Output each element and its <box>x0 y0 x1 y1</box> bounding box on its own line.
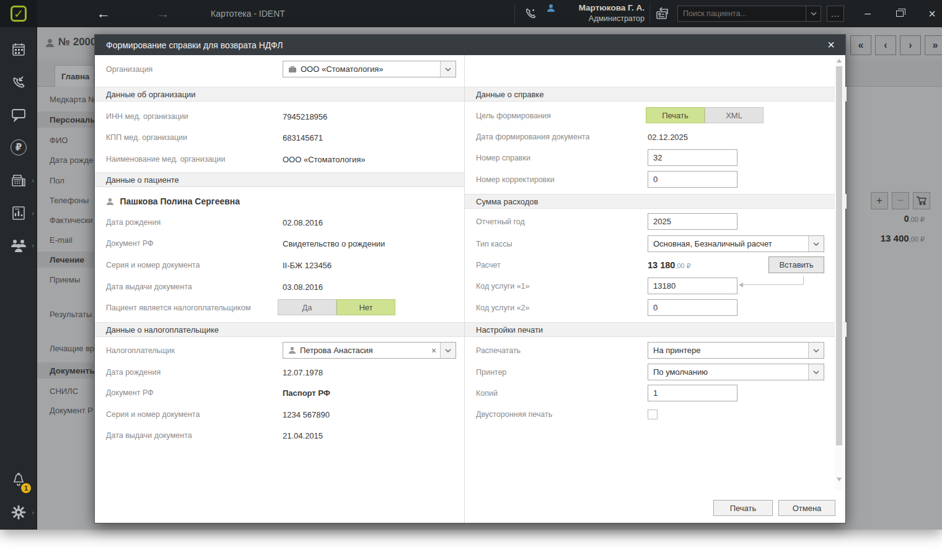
logo-check-icon: ✓ <box>11 6 27 22</box>
tp-doc-value: Паспорт РФ <box>283 388 330 397</box>
print-target-select[interactable]: На принтере <box>648 342 824 359</box>
notification-badge: 1 <box>21 483 31 493</box>
cert-number-input[interactable] <box>648 149 737 166</box>
chevron-down-icon[interactable] <box>440 343 456 358</box>
printer-select[interactable]: По умолчанию <box>648 364 824 380</box>
duplex-checkbox[interactable] <box>648 409 658 419</box>
sidebar-item-payments[interactable]: ₽ <box>0 133 37 162</box>
taxpayer-no-button[interactable]: Нет <box>337 299 395 315</box>
calc-value: 13 180,00 ₽ <box>648 260 691 270</box>
purpose-toggle: Печать XML <box>646 107 764 123</box>
cancel-button[interactable]: Отмена <box>778 500 835 516</box>
section-header-taxpayer: Данные о налогоплательщике <box>95 322 464 337</box>
user-icon <box>547 4 555 12</box>
chevron-right-icon: › <box>32 509 34 516</box>
correction-input[interactable] <box>648 171 737 188</box>
sidebar-item-partners[interactable]: › <box>0 231 37 260</box>
app-window: ✓ ← → Картотека - IDENT Мартюкова Г. А. … <box>0 0 942 530</box>
purpose-label: Цель формирования <box>476 112 551 120</box>
chevron-down-icon[interactable] <box>806 6 821 21</box>
sidebar-item-reports[interactable]: › <box>0 199 37 227</box>
ruble-icon: ₽ <box>11 139 27 155</box>
screen: ✓ ← → Картотека - IDENT Мартюкова Г. А. … <box>0 0 942 560</box>
tp-series-label: Серия и номер документа <box>106 410 200 419</box>
tp-birth-value: 12.07.1978 <box>283 367 323 377</box>
window-title: Картотека - IDENT <box>211 0 285 27</box>
printer-label: Принтер <box>476 368 506 377</box>
cash-type-select[interactable]: Основная, Безналичный расчет <box>648 235 824 252</box>
dialog-title: Формирование справки для возврата НДФЛ <box>95 35 845 55</box>
maximize-button[interactable] <box>886 0 913 27</box>
service-code1-input[interactable] <box>648 278 737 294</box>
clear-taxpayer-button[interactable]: × <box>428 343 440 358</box>
chat-icon <box>11 107 27 122</box>
org-name-label: Наименование мед. организации <box>106 155 225 164</box>
divider <box>514 4 515 24</box>
sidebar-item-notifications[interactable]: 1 <box>0 466 37 494</box>
organization-select[interactable]: ООО «Стоматология» <box>283 61 456 77</box>
chevron-down-icon <box>440 61 456 77</box>
print-button[interactable]: Печать <box>713 500 773 516</box>
sidebar-item-messages[interactable] <box>0 100 37 129</box>
scroll-down-icon[interactable] <box>837 478 842 481</box>
app-logo[interactable]: ✓ <box>0 0 37 27</box>
back-button[interactable]: ← <box>91 0 116 27</box>
sidebar-item-settings[interactable]: › <box>0 498 37 527</box>
tp-issue-label: Дата выдачи документа <box>106 431 192 440</box>
close-dialog-button[interactable]: × <box>822 35 840 55</box>
user-role: Администратор <box>545 14 645 24</box>
forward-button[interactable]: → <box>151 0 175 27</box>
tp-doc-label: Документ РФ <box>106 388 154 397</box>
doc-series-label: Серия и номер документа <box>106 261 200 269</box>
taxpayer-value: Петрова Анастасия <box>300 346 373 355</box>
service-code1-label: Код услуги «1» <box>476 282 530 291</box>
card-switch-icon[interactable] <box>655 6 671 21</box>
current-user[interactable]: Мартюкова Г. А. Администратор <box>545 2 645 24</box>
phone-icon[interactable] <box>524 7 537 20</box>
form-date-label: Дата формирования документа <box>476 133 589 141</box>
insert-button[interactable]: Вставить <box>768 256 824 273</box>
section-header-print: Настройки печати <box>465 322 847 337</box>
birth-date-value: 02.08.2016 <box>283 217 323 227</box>
purpose-xml-button[interactable]: XML <box>705 107 764 123</box>
user-name: Мартюкова Г. А. <box>545 2 645 14</box>
report-year-input[interactable] <box>648 213 737 230</box>
taxpayer-yes-button[interactable]: Да <box>278 299 337 315</box>
incoming-call-icon <box>11 74 27 90</box>
sidebar-item-calls[interactable] <box>0 68 37 97</box>
chevron-right-icon: › <box>32 177 34 184</box>
org-name-value: ООО «Стоматология» <box>283 154 365 164</box>
is-taxpayer-label: Пациент является налогоплательщиком <box>106 304 251 312</box>
person-icon <box>106 198 114 206</box>
section-header-certificate: Данные о справке <box>465 87 847 102</box>
minimize-button[interactable]: – <box>854 0 881 27</box>
service-code2-input[interactable] <box>648 299 737 316</box>
report-year-label: Отчетный год <box>476 217 525 226</box>
sidebar-item-schedule[interactable] <box>0 35 37 64</box>
tp-series-value: 1234 567890 <box>283 409 330 419</box>
reports-icon <box>11 205 27 221</box>
sidebar-item-cash-register[interactable]: › <box>0 166 37 195</box>
left-column: Организация ООО «Стоматология» <box>95 55 464 523</box>
taxpayer-select[interactable]: Петрова Анастасия × <box>283 342 456 359</box>
doc-series-value: II-БЖ 123456 <box>283 260 332 269</box>
more-button[interactable]: ... <box>827 6 844 22</box>
search-input[interactable] <box>678 9 806 18</box>
chevron-down-icon <box>808 236 824 252</box>
right-column: Данные о справке Цель формирования Печат… <box>464 55 847 523</box>
taxpayer-label: Налогоплательщик <box>106 346 175 355</box>
calc-main: 13 180 <box>648 260 675 270</box>
chevron-down-icon <box>808 343 824 358</box>
cash-type-value: Основная, Безналичный расчет <box>653 239 772 248</box>
purpose-print-button[interactable]: Печать <box>646 107 705 123</box>
copies-input[interactable] <box>648 385 737 401</box>
dialog-body: Организация ООО «Стоматология» <box>95 55 845 523</box>
chevron-right-icon: › <box>32 209 34 217</box>
divider <box>649 4 650 24</box>
section-header-expenses: Сумма расходов <box>465 194 847 209</box>
close-window-button[interactable]: × <box>918 0 942 27</box>
scrollbar-thumb[interactable] <box>836 66 842 445</box>
section-header-patient: Данные о пациенте <box>95 172 464 187</box>
dialog-scrollbar[interactable] <box>835 56 843 490</box>
scroll-up-icon[interactable] <box>837 59 842 63</box>
